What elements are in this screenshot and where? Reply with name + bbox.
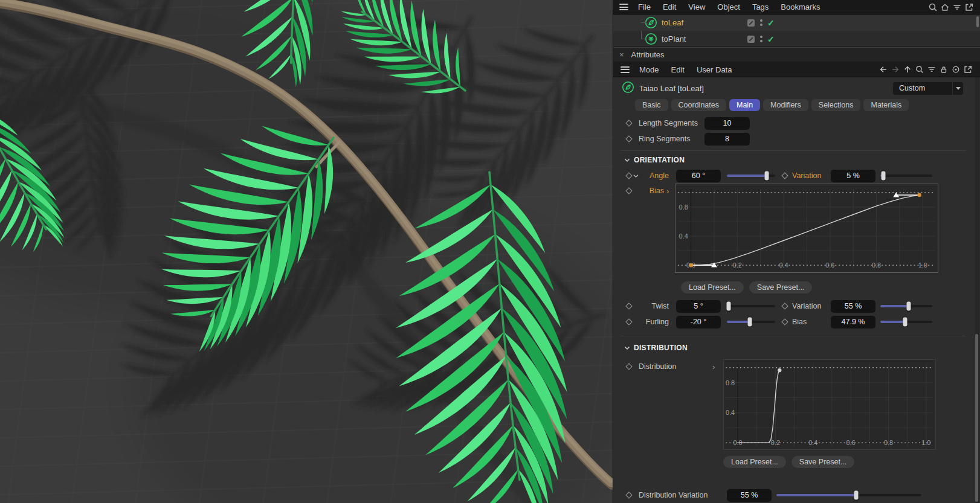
twist-variation-input[interactable]: 55 %	[831, 300, 875, 313]
lock-icon[interactable]	[938, 63, 950, 75]
menu-file[interactable]: File	[632, 2, 657, 11]
right-panel: File Edit View Object Tags Bookmarks toL…	[613, 0, 980, 503]
svg-text:0.4: 0.4	[726, 409, 735, 416]
section-divider	[621, 150, 965, 151]
object-name[interactable]: toLeaf	[662, 18, 747, 27]
distribution-preset-row: Load Preset... Save Preset...	[723, 455, 973, 469]
search-icon[interactable]	[927, 1, 939, 13]
target-icon[interactable]	[950, 63, 962, 75]
visibility-dots[interactable]	[760, 36, 762, 42]
keyframe-diamond-icon[interactable]	[625, 135, 632, 142]
orientation-section-header[interactable]: ORIENTATION	[613, 153, 973, 167]
menu-bookmarks[interactable]: Bookmarks	[775, 2, 826, 11]
expand-arrow-icon[interactable]: ›	[712, 362, 715, 371]
viewport-3d[interactable]	[0, 0, 613, 503]
tab-basic[interactable]: Basic	[635, 99, 668, 111]
svg-text:0.8: 0.8	[884, 439, 893, 446]
length-segments-input[interactable]: 10	[704, 117, 750, 130]
enabled-check-icon[interactable]: ✓	[767, 18, 775, 28]
svg-text:0.4: 0.4	[679, 232, 688, 240]
leaf-title-icon	[622, 81, 634, 95]
layer-badge-icon[interactable]	[747, 19, 755, 27]
variation-slider[interactable]	[880, 175, 932, 177]
chevron-down-icon[interactable]	[631, 174, 640, 178]
visibility-dots[interactable]	[760, 19, 762, 26]
twist-label: Twist	[640, 302, 669, 310]
scrollbar-track[interactable]	[975, 77, 979, 503]
home-icon[interactable]	[939, 1, 951, 13]
expand-arrow-icon[interactable]: ›	[666, 187, 669, 196]
filter-icon[interactable]	[926, 63, 938, 75]
preset-dropdown[interactable]: Custom	[893, 82, 963, 95]
tab-modifiers[interactable]: Modifiers	[763, 99, 808, 111]
layer-badge-icon[interactable]	[747, 36, 755, 43]
keyframe-diamond-icon[interactable]	[625, 492, 632, 498]
twist-slider[interactable]	[727, 305, 775, 307]
load-preset-button[interactable]: Load Preset...	[723, 456, 786, 468]
attr-menu-edit[interactable]: Edit	[665, 65, 691, 74]
tab-selections[interactable]: Selections	[811, 99, 861, 111]
tab-coordinates[interactable]: Coordinates	[671, 99, 726, 111]
object-name[interactable]: toPlant	[662, 34, 747, 43]
attr-menu-mode[interactable]: Mode	[633, 65, 665, 74]
furling-input[interactable]: -20 °	[676, 316, 721, 328]
distribution-spline-editor[interactable]: 0.80.40.00.20.40.60.81.0	[723, 359, 936, 450]
save-preset-button[interactable]: Save Preset...	[749, 281, 813, 293]
keyframe-diamond-icon[interactable]	[625, 303, 632, 309]
menu-edit[interactable]: Edit	[657, 2, 682, 11]
object-manager[interactable]: toLeaf ✓ toPlant ✓	[613, 14, 980, 47]
object-manager-scrollbar[interactable]	[976, 16, 979, 27]
search-icon[interactable]	[914, 63, 926, 75]
back-arrow-icon[interactable]	[877, 63, 889, 75]
tab-materials[interactable]: Materials	[863, 99, 909, 111]
forward-arrow-icon[interactable]	[889, 63, 901, 75]
angle-label: Angle	[640, 171, 669, 180]
keyframe-diamond-icon[interactable]	[625, 363, 632, 370]
twist-input[interactable]: 5 °	[676, 300, 721, 313]
main-menubar: File Edit View Object Tags Bookmarks	[613, 0, 980, 14]
new-window-icon[interactable]	[963, 1, 975, 13]
keyframe-diamond-icon[interactable]	[781, 172, 788, 179]
object-row-toleaf[interactable]: toLeaf ✓	[613, 14, 980, 31]
keyframe-diamond-icon[interactable]	[625, 318, 632, 325]
menu-object[interactable]: Object	[711, 2, 746, 11]
distribution-variation-input[interactable]: 55 %	[727, 489, 772, 502]
angle-input[interactable]: 60 °	[676, 170, 721, 182]
preset-dropdown-value[interactable]: Custom	[893, 82, 952, 95]
scrollbar-thumb[interactable]	[975, 334, 978, 502]
enabled-check-icon[interactable]: ✓	[767, 34, 775, 44]
variation-input[interactable]: 5 %	[831, 170, 875, 182]
menu-tags[interactable]: Tags	[746, 2, 775, 11]
bias-spline-editor[interactable]: 0.80.40.00.20.40.60.81.0	[675, 184, 938, 273]
close-icon[interactable]: ×	[619, 50, 624, 59]
attributes-menubar: Mode Edit User Data	[613, 62, 980, 77]
object-row-toplant[interactable]: toPlant ✓	[613, 31, 980, 47]
filter-icon[interactable]	[951, 1, 963, 13]
distribution-section-header[interactable]: DISTRIBUTION	[613, 341, 973, 354]
furling-slider[interactable]	[727, 321, 775, 323]
ring-segments-input[interactable]: 8	[704, 133, 750, 146]
attributes-menu-icon[interactable]	[621, 66, 630, 73]
keyframe-diamond-icon[interactable]	[781, 318, 788, 325]
object-title-row: Taiao Leaf [toLeaf] Custom	[613, 80, 973, 97]
menu-icon[interactable]	[619, 4, 628, 10]
tree-stub	[641, 39, 646, 39]
twist-variation-slider[interactable]	[880, 305, 932, 307]
keyframe-diamond-icon[interactable]	[781, 303, 788, 309]
dropdown-arrow-icon[interactable]	[952, 82, 963, 95]
furling-bias-input[interactable]: 47.9 %	[831, 316, 875, 328]
up-arrow-icon[interactable]	[901, 63, 914, 75]
distribution-curve-block: Distribution › 0.80.40.00.20.40.60.81.0	[613, 359, 973, 451]
furling-label: Furling	[640, 318, 669, 326]
attr-menu-userdata[interactable]: User Data	[691, 65, 738, 74]
load-preset-button[interactable]: Load Preset...	[681, 281, 744, 293]
menu-view[interactable]: View	[682, 2, 711, 11]
furling-bias-slider[interactable]	[880, 321, 932, 323]
object-title: Taiao Leaf [toLeaf]	[639, 84, 893, 93]
save-preset-button[interactable]: Save Preset...	[791, 456, 855, 468]
keyframe-diamond-icon[interactable]	[625, 120, 632, 126]
angle-slider[interactable]	[727, 175, 775, 177]
distribution-variation-slider[interactable]	[776, 494, 921, 496]
new-window-icon[interactable]	[962, 63, 974, 75]
tab-main[interactable]: Main	[729, 99, 760, 111]
